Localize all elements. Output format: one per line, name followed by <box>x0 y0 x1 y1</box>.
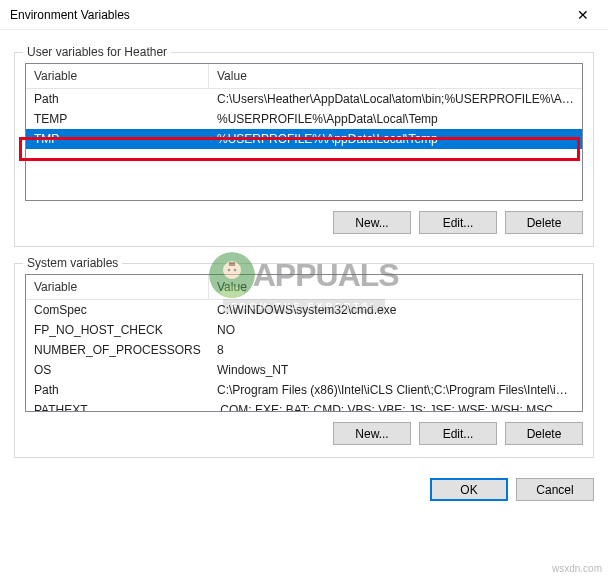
cell-value: %USERPROFILE%\AppData\Local\Temp <box>209 109 582 129</box>
cell-value: 8 <box>209 340 582 360</box>
cell-value: C:\WINDOWS\system32\cmd.exe <box>209 300 582 320</box>
cell-value: C:\Users\Heather\AppData\Local\atom\bin;… <box>209 89 582 109</box>
system-list-header: Variable Value <box>26 275 582 300</box>
table-row[interactable]: TEMP%USERPROFILE%\AppData\Local\Temp <box>26 109 582 129</box>
ok-button[interactable]: OK <box>430 478 508 501</box>
cell-variable: Path <box>26 380 209 400</box>
user-variables-legend: User variables for Heather <box>23 45 171 59</box>
table-row[interactable]: PathC:\Users\Heather\AppData\Local\atom\… <box>26 89 582 109</box>
close-icon: ✕ <box>577 7 589 23</box>
user-delete-button[interactable]: Delete <box>505 211 583 234</box>
cell-variable: TMP <box>26 129 209 149</box>
dialog-buttons-row: OK Cancel <box>0 468 608 511</box>
cell-value: .COM;.EXE;.BAT;.CMD;.VBS;.VBE;.JS;.JSE;.… <box>209 400 582 412</box>
cell-variable: Path <box>26 89 209 109</box>
user-list-header: Variable Value <box>26 64 582 89</box>
system-variables-legend: System variables <box>23 256 122 270</box>
cell-value: Windows_NT <box>209 360 582 380</box>
cell-variable: FP_NO_HOST_CHECK <box>26 320 209 340</box>
column-header-variable[interactable]: Variable <box>26 275 209 299</box>
cell-variable: TEMP <box>26 109 209 129</box>
system-buttons-row: New... Edit... Delete <box>25 422 583 445</box>
cell-variable: PATHEXT <box>26 400 209 412</box>
user-buttons-row: New... Edit... Delete <box>25 211 583 234</box>
cell-value: %USERPROFILE%\AppData\Local\Temp <box>209 129 582 149</box>
table-row[interactable]: ComSpecC:\WINDOWS\system32\cmd.exe <box>26 300 582 320</box>
column-header-variable[interactable]: Variable <box>26 64 209 88</box>
table-row[interactable]: OSWindows_NT <box>26 360 582 380</box>
cell-variable: ComSpec <box>26 300 209 320</box>
cell-value: C:\Program Files (x86)\Intel\iCLS Client… <box>209 380 582 400</box>
system-edit-button[interactable]: Edit... <box>419 422 497 445</box>
cell-value: NO <box>209 320 582 340</box>
titlebar: Environment Variables ✕ <box>0 0 608 30</box>
cancel-button[interactable]: Cancel <box>516 478 594 501</box>
window-title: Environment Variables <box>10 8 130 22</box>
footer-watermark: wsxdn.com <box>552 563 602 574</box>
dialog-content: User variables for Heather Variable Valu… <box>0 30 608 468</box>
table-row[interactable]: PathC:\Program Files (x86)\Intel\iCLS Cl… <box>26 380 582 400</box>
table-row[interactable]: NUMBER_OF_PROCESSORS8 <box>26 340 582 360</box>
user-new-button[interactable]: New... <box>333 211 411 234</box>
column-header-value[interactable]: Value <box>209 64 582 88</box>
user-edit-button[interactable]: Edit... <box>419 211 497 234</box>
cell-variable: NUMBER_OF_PROCESSORS <box>26 340 209 360</box>
user-variables-list[interactable]: Variable Value PathC:\Users\Heather\AppD… <box>25 63 583 201</box>
system-variables-list[interactable]: Variable Value ComSpecC:\WINDOWS\system3… <box>25 274 583 412</box>
close-button[interactable]: ✕ <box>563 1 603 29</box>
system-variables-group: System variables Variable Value ComSpecC… <box>14 263 594 458</box>
table-row[interactable]: PATHEXT.COM;.EXE;.BAT;.CMD;.VBS;.VBE;.JS… <box>26 400 582 412</box>
table-row[interactable]: FP_NO_HOST_CHECKNO <box>26 320 582 340</box>
table-row[interactable]: TMP%USERPROFILE%\AppData\Local\Temp <box>26 129 582 149</box>
user-variables-group: User variables for Heather Variable Valu… <box>14 52 594 247</box>
cell-variable: OS <box>26 360 209 380</box>
system-delete-button[interactable]: Delete <box>505 422 583 445</box>
system-new-button[interactable]: New... <box>333 422 411 445</box>
column-header-value[interactable]: Value <box>209 275 582 299</box>
